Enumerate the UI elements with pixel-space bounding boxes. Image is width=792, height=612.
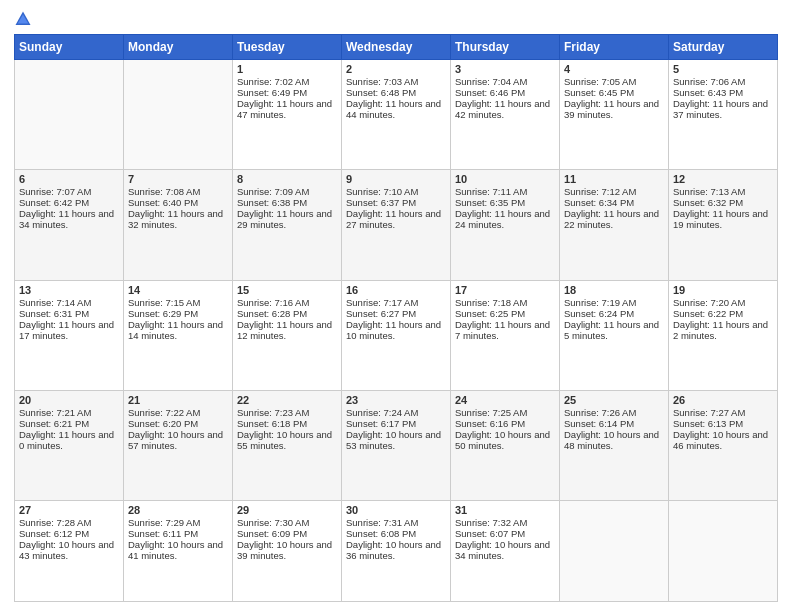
sunset-text: Sunset: 6:32 PM	[673, 197, 773, 208]
sunrise-text: Sunrise: 7:24 AM	[346, 407, 446, 418]
daylight-text: Daylight: 11 hours and 14 minutes.	[128, 319, 228, 341]
daylight-text: Daylight: 11 hours and 37 minutes.	[673, 98, 773, 120]
day-number: 17	[455, 284, 555, 296]
sunrise-text: Sunrise: 7:02 AM	[237, 76, 337, 87]
calendar-week-row: 27Sunrise: 7:28 AMSunset: 6:12 PMDayligh…	[15, 501, 778, 602]
daylight-text: Daylight: 11 hours and 29 minutes.	[237, 208, 337, 230]
sunset-text: Sunset: 6:09 PM	[237, 528, 337, 539]
calendar-cell: 6Sunrise: 7:07 AMSunset: 6:42 PMDaylight…	[15, 170, 124, 280]
calendar-cell: 19Sunrise: 7:20 AMSunset: 6:22 PMDayligh…	[669, 280, 778, 390]
sunset-text: Sunset: 6:37 PM	[346, 197, 446, 208]
daylight-text: Daylight: 11 hours and 27 minutes.	[346, 208, 446, 230]
day-number: 25	[564, 394, 664, 406]
sunrise-text: Sunrise: 7:04 AM	[455, 76, 555, 87]
sunrise-text: Sunrise: 7:11 AM	[455, 186, 555, 197]
sunset-text: Sunset: 6:16 PM	[455, 418, 555, 429]
sunrise-text: Sunrise: 7:26 AM	[564, 407, 664, 418]
day-number: 13	[19, 284, 119, 296]
calendar-week-row: 1Sunrise: 7:02 AMSunset: 6:49 PMDaylight…	[15, 60, 778, 170]
sunrise-text: Sunrise: 7:25 AM	[455, 407, 555, 418]
day-number: 12	[673, 173, 773, 185]
generalblue-logo-icon	[14, 10, 32, 28]
sunset-text: Sunset: 6:34 PM	[564, 197, 664, 208]
day-number: 10	[455, 173, 555, 185]
sunset-text: Sunset: 6:24 PM	[564, 308, 664, 319]
daylight-text: Daylight: 11 hours and 0 minutes.	[19, 429, 119, 451]
daylight-text: Daylight: 11 hours and 32 minutes.	[128, 208, 228, 230]
sunrise-text: Sunrise: 7:19 AM	[564, 297, 664, 308]
calendar-cell: 25Sunrise: 7:26 AMSunset: 6:14 PMDayligh…	[560, 390, 669, 500]
calendar-cell: 16Sunrise: 7:17 AMSunset: 6:27 PMDayligh…	[342, 280, 451, 390]
sunset-text: Sunset: 6:17 PM	[346, 418, 446, 429]
day-number: 5	[673, 63, 773, 75]
day-number: 29	[237, 504, 337, 516]
calendar-cell	[669, 501, 778, 602]
calendar-cell: 3Sunrise: 7:04 AMSunset: 6:46 PMDaylight…	[451, 60, 560, 170]
calendar-week-row: 6Sunrise: 7:07 AMSunset: 6:42 PMDaylight…	[15, 170, 778, 280]
sunrise-text: Sunrise: 7:05 AM	[564, 76, 664, 87]
sunset-text: Sunset: 6:11 PM	[128, 528, 228, 539]
sunrise-text: Sunrise: 7:32 AM	[455, 517, 555, 528]
sunset-text: Sunset: 6:22 PM	[673, 308, 773, 319]
calendar-cell: 10Sunrise: 7:11 AMSunset: 6:35 PMDayligh…	[451, 170, 560, 280]
sunset-text: Sunset: 6:18 PM	[237, 418, 337, 429]
sunset-text: Sunset: 6:42 PM	[19, 197, 119, 208]
sunset-text: Sunset: 6:40 PM	[128, 197, 228, 208]
daylight-text: Daylight: 11 hours and 24 minutes.	[455, 208, 555, 230]
calendar-cell: 21Sunrise: 7:22 AMSunset: 6:20 PMDayligh…	[124, 390, 233, 500]
calendar-cell	[124, 60, 233, 170]
sunrise-text: Sunrise: 7:17 AM	[346, 297, 446, 308]
daylight-text: Daylight: 11 hours and 19 minutes.	[673, 208, 773, 230]
calendar-cell: 30Sunrise: 7:31 AMSunset: 6:08 PMDayligh…	[342, 501, 451, 602]
sunrise-text: Sunrise: 7:21 AM	[19, 407, 119, 418]
sunset-text: Sunset: 6:29 PM	[128, 308, 228, 319]
sunset-text: Sunset: 6:08 PM	[346, 528, 446, 539]
sunset-text: Sunset: 6:46 PM	[455, 87, 555, 98]
calendar-cell: 22Sunrise: 7:23 AMSunset: 6:18 PMDayligh…	[233, 390, 342, 500]
calendar-cell: 13Sunrise: 7:14 AMSunset: 6:31 PMDayligh…	[15, 280, 124, 390]
day-number: 23	[346, 394, 446, 406]
calendar-cell	[15, 60, 124, 170]
daylight-text: Daylight: 10 hours and 50 minutes.	[455, 429, 555, 451]
daylight-text: Daylight: 11 hours and 17 minutes.	[19, 319, 119, 341]
calendar-header-tuesday: Tuesday	[233, 35, 342, 60]
day-number: 24	[455, 394, 555, 406]
logo	[14, 10, 36, 28]
sunrise-text: Sunrise: 7:23 AM	[237, 407, 337, 418]
sunset-text: Sunset: 6:38 PM	[237, 197, 337, 208]
calendar-table: SundayMondayTuesdayWednesdayThursdayFrid…	[14, 34, 778, 602]
daylight-text: Daylight: 10 hours and 46 minutes.	[673, 429, 773, 451]
day-number: 16	[346, 284, 446, 296]
sunset-text: Sunset: 6:20 PM	[128, 418, 228, 429]
page: SundayMondayTuesdayWednesdayThursdayFrid…	[0, 0, 792, 612]
sunset-text: Sunset: 6:14 PM	[564, 418, 664, 429]
sunrise-text: Sunrise: 7:28 AM	[19, 517, 119, 528]
calendar-header-saturday: Saturday	[669, 35, 778, 60]
daylight-text: Daylight: 10 hours and 55 minutes.	[237, 429, 337, 451]
sunrise-text: Sunrise: 7:03 AM	[346, 76, 446, 87]
day-number: 8	[237, 173, 337, 185]
day-number: 18	[564, 284, 664, 296]
calendar-cell: 20Sunrise: 7:21 AMSunset: 6:21 PMDayligh…	[15, 390, 124, 500]
calendar-cell: 15Sunrise: 7:16 AMSunset: 6:28 PMDayligh…	[233, 280, 342, 390]
calendar-cell: 29Sunrise: 7:30 AMSunset: 6:09 PMDayligh…	[233, 501, 342, 602]
sunset-text: Sunset: 6:49 PM	[237, 87, 337, 98]
header	[14, 10, 778, 28]
calendar-cell	[560, 501, 669, 602]
daylight-text: Daylight: 10 hours and 39 minutes.	[237, 539, 337, 561]
daylight-text: Daylight: 10 hours and 34 minutes.	[455, 539, 555, 561]
calendar-cell: 14Sunrise: 7:15 AMSunset: 6:29 PMDayligh…	[124, 280, 233, 390]
day-number: 27	[19, 504, 119, 516]
calendar-header-friday: Friday	[560, 35, 669, 60]
day-number: 9	[346, 173, 446, 185]
sunrise-text: Sunrise: 7:27 AM	[673, 407, 773, 418]
daylight-text: Daylight: 11 hours and 10 minutes.	[346, 319, 446, 341]
sunrise-text: Sunrise: 7:18 AM	[455, 297, 555, 308]
day-number: 1	[237, 63, 337, 75]
sunset-text: Sunset: 6:45 PM	[564, 87, 664, 98]
day-number: 26	[673, 394, 773, 406]
day-number: 30	[346, 504, 446, 516]
daylight-text: Daylight: 11 hours and 44 minutes.	[346, 98, 446, 120]
day-number: 11	[564, 173, 664, 185]
sunrise-text: Sunrise: 7:14 AM	[19, 297, 119, 308]
